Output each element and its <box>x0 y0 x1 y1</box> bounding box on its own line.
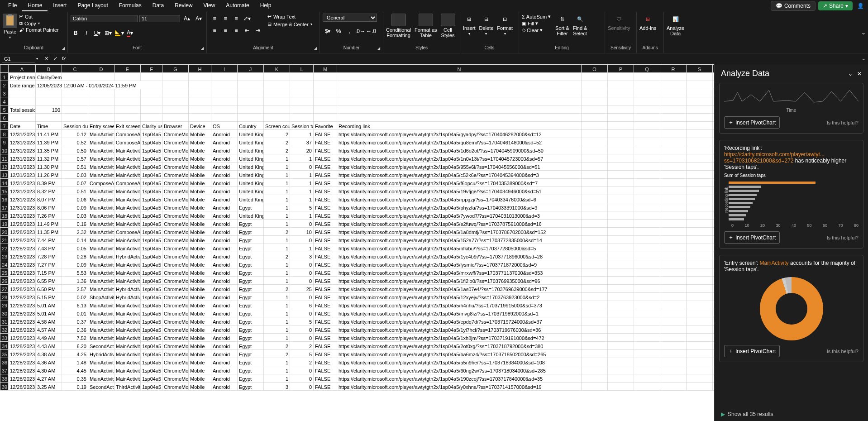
cell[interactable]: Egypt <box>238 244 264 252</box>
cell[interactable] <box>634 154 660 163</box>
col-header-P[interactable]: P <box>608 65 634 73</box>
cell[interactable] <box>634 317 660 325</box>
col-header-B[interactable]: B <box>36 65 62 73</box>
comma-button[interactable]: , <box>344 26 354 36</box>
cell[interactable]: Android <box>211 187 238 195</box>
cell[interactable]: 1 <box>290 130 314 138</box>
cell[interactable]: United Kingdom <box>238 179 264 187</box>
cell[interactable] <box>314 97 337 105</box>
cell[interactable] <box>36 114 62 122</box>
cell[interactable]: Mobile <box>189 285 211 293</box>
dialog-launcher[interactable]: ◢ <box>62 46 65 50</box>
cell[interactable]: Mobile <box>189 350 211 358</box>
cell[interactable] <box>290 81 314 89</box>
cell[interactable] <box>582 285 608 293</box>
menu-review[interactable]: Review <box>169 0 198 11</box>
cell[interactable] <box>660 268 687 277</box>
cell[interactable] <box>582 138 608 146</box>
insert-pivotchart-button[interactable]: ＋Insert PivotChart <box>724 116 780 129</box>
cell[interactable]: FALSE <box>314 293 337 301</box>
row-header-33[interactable]: 33 <box>0 334 9 342</box>
cell[interactable]: Mobile <box>189 277 211 285</box>
cell[interactable] <box>608 260 634 268</box>
cell[interactable] <box>687 146 713 154</box>
cell[interactable]: 1sp04a5 <box>141 268 162 277</box>
cell[interactable]: MainActivity <box>114 195 141 203</box>
cell[interactable]: 8.07 PM <box>36 195 62 203</box>
cell[interactable]: 1sp04a5 <box>141 260 162 268</box>
cell[interactable] <box>713 285 715 293</box>
formula-bar[interactable] <box>72 55 862 62</box>
cell[interactable] <box>660 154 687 163</box>
cell[interactable] <box>608 187 634 195</box>
cell[interactable]: United Kingdom <box>238 187 264 195</box>
cell[interactable]: 2 <box>264 138 290 146</box>
cell[interactable]: 12/28/2023 <box>9 268 36 277</box>
cell[interactable] <box>713 89 715 97</box>
cell[interactable]: Egypt <box>238 334 264 342</box>
cell[interactable]: Android <box>211 342 238 350</box>
cell[interactable]: Mobile <box>189 366 211 374</box>
bold-button[interactable]: B <box>71 28 81 38</box>
cell[interactable]: 1 <box>264 163 290 171</box>
cell[interactable]: MainActivity <box>88 163 114 171</box>
cell[interactable] <box>634 301 660 309</box>
menu-help[interactable]: Help <box>255 0 277 11</box>
cell[interactable]: https://clarity.microsoft.com/player/awt… <box>337 171 582 179</box>
cell[interactable]: FALSE <box>314 277 337 285</box>
cell[interactable]: ChromeMobile <box>162 252 189 260</box>
cell[interactable] <box>660 187 687 195</box>
cell[interactable]: 2 <box>264 130 290 138</box>
cell[interactable] <box>608 244 634 252</box>
cell[interactable]: 0 <box>290 260 314 268</box>
cell[interactable] <box>634 236 660 244</box>
cell[interactable] <box>582 268 608 277</box>
cell[interactable] <box>88 97 114 105</box>
cell[interactable] <box>238 89 264 97</box>
cell[interactable]: FALSE <box>314 211 337 220</box>
cell[interactable]: https://clarity.microsoft.com/player/awt… <box>337 374 582 383</box>
cell[interactable]: 1 <box>264 374 290 383</box>
cell[interactable]: 1.48 <box>62 358 88 366</box>
cell[interactable] <box>62 89 88 97</box>
cell[interactable]: https://clarity.microsoft.com/player/awt… <box>337 220 582 228</box>
cell[interactable]: 11.39 PM <box>36 138 62 146</box>
cell[interactable]: FALSE <box>314 138 337 146</box>
cell[interactable] <box>687 260 713 268</box>
cell[interactable] <box>88 114 114 122</box>
cell[interactable]: https://clarity.microsoft.com/player/awt… <box>337 146 582 154</box>
cell[interactable]: MainActivity <box>114 220 141 228</box>
cell[interactable]: ChromeMobile <box>162 171 189 179</box>
show-all-results-link[interactable]: ▶Show all 35 results <box>715 407 868 421</box>
merge-center-button[interactable]: ⊟Merge & Center▾ <box>267 21 312 27</box>
expand-formula-bar-button[interactable]: ⌄ <box>862 56 865 61</box>
cell[interactable]: https://clarity.microsoft.com/player/awt… <box>337 309 582 317</box>
cell[interactable]: Egypt <box>238 203 264 211</box>
cell[interactable]: Mobile <box>189 374 211 383</box>
cell[interactable]: 4.49 AM <box>36 334 62 342</box>
cell[interactable]: ChromeMobile <box>162 374 189 383</box>
cell[interactable] <box>660 325 687 334</box>
account-icon[interactable]: 👤 <box>855 1 865 11</box>
cell[interactable] <box>687 81 713 89</box>
row-header-4[interactable]: 4 <box>0 97 9 105</box>
collapse-ribbon-button[interactable]: ⌄ <box>859 12 868 53</box>
cell[interactable]: 5 <box>290 350 314 358</box>
cell[interactable] <box>608 334 634 342</box>
cell[interactable]: FALSE <box>314 285 337 293</box>
cell[interactable]: MainActivity <box>88 138 114 146</box>
cell[interactable]: https://clarity.microsoft.com/player/awt… <box>337 350 582 358</box>
menu-formulas[interactable]: Formulas <box>114 0 147 11</box>
cell[interactable]: 0 <box>290 163 314 171</box>
cell[interactable]: 0.57 <box>62 154 88 163</box>
cell[interactable] <box>687 195 713 203</box>
cell[interactable] <box>634 89 660 97</box>
cell[interactable] <box>608 81 634 89</box>
cell[interactable]: MainActivity <box>114 366 141 374</box>
cell[interactable] <box>337 105 582 114</box>
cell[interactable] <box>660 211 687 220</box>
cell[interactable] <box>634 203 660 211</box>
chevron-down-icon[interactable]: ▾ <box>9 35 11 39</box>
cell[interactable]: 1sp04a5 <box>141 146 162 154</box>
cell[interactable]: Android <box>211 236 238 244</box>
